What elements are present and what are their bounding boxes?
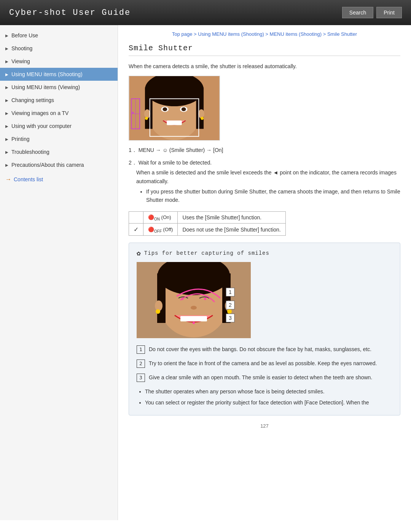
contents-list-link[interactable]: → Contents list	[0, 171, 118, 187]
step-1-text: MENU → ☺ (Smile Shutter) → [On]	[139, 147, 223, 153]
table-cell-desc-off: Does not use the [Smile Shutter] functio…	[178, 224, 285, 236]
sidebar-item-label: Precautions/About this camera	[11, 162, 84, 168]
table-cell-icon-on: 🔴ON (On)	[143, 211, 178, 224]
function-table: 🔴ON (On) Uses the [Smile Shutter] functi…	[129, 211, 286, 236]
sidebar-item-label: Viewing	[11, 58, 30, 64]
chevron-right-icon: ▶	[5, 111, 8, 115]
svg-rect-9	[167, 121, 182, 125]
intro-text: When the camera detects a smile, the shu…	[129, 62, 400, 70]
sidebar-item-using-menu-shooting[interactable]: ▶ Using MENU items (Shooting)	[0, 68, 118, 81]
arrow-right-icon: →	[5, 176, 11, 183]
main-layout: ▶ Before Use ▶ Shooting ▶ Viewing ▶ Usin…	[0, 25, 411, 520]
chevron-right-icon: ▶	[5, 85, 8, 89]
step-2-bullet: If you press the shutter button during S…	[146, 187, 400, 204]
sidebar-item-before-use[interactable]: ▶ Before Use	[0, 29, 118, 42]
step-1-number: 1．	[129, 147, 137, 153]
tip-1-text: Do not cover the eyes with the bangs. Do…	[149, 345, 371, 353]
chevron-right-icon: ▶	[5, 98, 8, 102]
header: Cyber-shot User Guide Search Print	[0, 0, 411, 25]
tips-icon: ✿	[137, 249, 141, 257]
sidebar-item-label: Using MENU items (Viewing)	[11, 84, 80, 90]
sidebar-item-label: Viewing images on a TV	[11, 110, 68, 116]
sidebar-item-label: Using MENU items (Shooting)	[11, 71, 83, 77]
sidebar-item-using-menu-viewing[interactable]: ▶ Using MENU items (Viewing)	[0, 81, 118, 94]
breadcrumb-current[interactable]: Smile Shutter	[327, 31, 357, 37]
table-row: ✓ 🔴OFF (Off) Does not use the [Smile Shu…	[129, 224, 286, 236]
tip-number-2: 2	[137, 359, 145, 368]
sidebar-item-label: Shooting	[11, 45, 32, 51]
tip-2-text: Try to orient the face in front of the c…	[149, 359, 377, 367]
tip-2: 2 Try to orient the face in front of the…	[137, 359, 392, 368]
table-cell-desc-on: Uses the [Smile Shutter] function.	[178, 211, 285, 224]
bullet-2: You can select or register the priority …	[145, 398, 392, 407]
bullet-points: The shutter operates when any person who…	[137, 387, 392, 407]
sidebar-item-label: Changing settings	[11, 97, 54, 103]
breadcrumb-menu-items[interactable]: MENU items (Shooting)	[270, 31, 322, 37]
sidebar-item-viewing-tv[interactable]: ▶ Viewing images on a TV	[0, 107, 118, 120]
tip-number-1: 1	[137, 345, 145, 354]
svg-point-8	[182, 107, 186, 111]
breadcrumb-sep3: >	[323, 31, 327, 37]
step-2-text: Wait for a smile to be detected.	[139, 160, 212, 166]
sidebar-item-changing-settings[interactable]: ▶ Changing settings	[0, 94, 118, 107]
page-number: 127	[129, 423, 400, 429]
svg-point-11	[198, 109, 204, 118]
svg-point-28	[156, 309, 160, 314]
svg-rect-22	[157, 273, 166, 323]
tip-3-text: Give a clear smile with an open mouth. T…	[149, 373, 372, 382]
table-row: 🔴ON (On) Uses the [Smile Shutter] functi…	[129, 211, 286, 224]
breadcrumb-sep1: >	[194, 31, 198, 37]
chevron-right-icon: ▶	[5, 150, 8, 154]
chevron-right-icon: ▶	[5, 46, 8, 51]
svg-point-7	[162, 107, 167, 111]
sidebar-item-printing[interactable]: ▶ Printing	[0, 133, 118, 145]
sidebar-item-troubleshooting[interactable]: ▶ Troubleshooting	[0, 145, 118, 158]
breadcrumb-top[interactable]: Top page	[172, 31, 193, 37]
chevron-right-icon: ▶	[5, 59, 8, 64]
svg-rect-18	[132, 112, 134, 113]
svg-rect-25	[180, 316, 207, 321]
sidebar-item-label: Using with your computer	[11, 123, 72, 129]
chevron-right-icon: ▶	[5, 72, 8, 77]
svg-rect-4	[196, 88, 204, 129]
tip-3: 3 Give a clear smile with an open mouth.…	[137, 373, 392, 382]
camera-image	[129, 76, 220, 141]
tip-1: 1 Do not cover the eyes with the bangs. …	[137, 345, 392, 354]
contents-link-label: Contents list	[14, 176, 43, 182]
sidebar-item-label: Before Use	[11, 32, 38, 38]
breadcrumb: Top page > Using MENU items (Shooting) >…	[129, 31, 400, 37]
step-2: 2． Wait for a smile to be detected. When…	[129, 158, 400, 204]
chevron-right-icon: ▶	[5, 137, 8, 141]
sidebar-item-label: Troubleshooting	[11, 149, 49, 155]
breadcrumb-menu-shooting[interactable]: Using MENU items (Shooting)	[198, 31, 264, 37]
steps-section: 1． MENU → ☺ (Smile Shutter) → [On] 2． Wa…	[129, 146, 400, 204]
tips-title: ✿ Tips for better capturing of smiles	[137, 249, 392, 257]
sidebar: ▶ Before Use ▶ Shooting ▶ Viewing ▶ Usin…	[0, 25, 118, 520]
sidebar-item-label: Printing	[11, 136, 29, 142]
sidebar-item-shooting[interactable]: ▶ Shooting	[0, 42, 118, 55]
table-cell-icon-off: 🔴OFF (Off)	[143, 224, 178, 236]
app-title: Cyber-shot User Guide	[9, 8, 131, 18]
chevron-right-icon: ▶	[5, 124, 8, 128]
table-cell-selected	[129, 211, 143, 224]
svg-text:1: 1	[229, 289, 232, 295]
tip-number-3: 3	[137, 374, 145, 382]
svg-point-10	[144, 109, 150, 118]
breadcrumb-sep2: >	[265, 31, 269, 37]
svg-point-29	[227, 309, 232, 314]
tips-title-text: Tips for better capturing of smiles	[144, 250, 269, 256]
search-button[interactable]: Search	[342, 7, 373, 18]
step-1: 1． MENU → ☺ (Smile Shutter) → [On]	[129, 146, 400, 154]
svg-rect-3	[145, 88, 153, 129]
sidebar-item-precautions[interactable]: ▶ Precautions/About this camera	[0, 158, 118, 171]
sidebar-item-viewing[interactable]: ▶ Viewing	[0, 55, 118, 68]
tips-box: ✿ Tips for better capturing of smiles	[129, 243, 400, 415]
step-2-detail: When a smile is detected and the smile l…	[136, 168, 400, 185]
sidebar-item-using-computer[interactable]: ▶ Using with your computer	[0, 120, 118, 133]
chevron-right-icon: ▶	[5, 34, 8, 38]
print-button[interactable]: Print	[376, 7, 402, 18]
step-2-bullets: If you press the shutter button during S…	[139, 187, 400, 204]
svg-point-36	[181, 298, 183, 300]
numbered-tips: 1 Do not cover the eyes with the bangs. …	[137, 345, 392, 382]
svg-text:2: 2	[229, 302, 232, 308]
